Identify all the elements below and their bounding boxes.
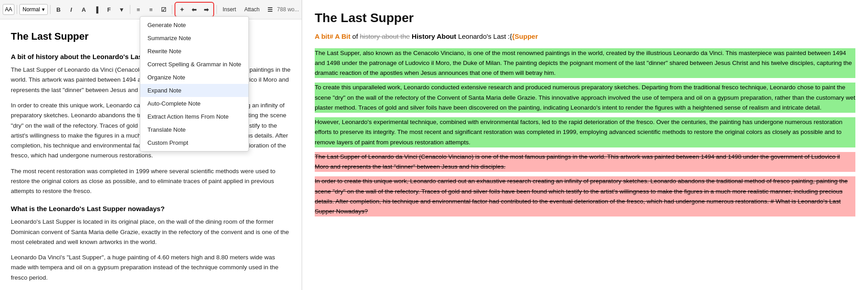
bold-button[interactable]: B [53, 4, 64, 15]
menu-item-generate[interactable]: Generate Note [140, 18, 248, 32]
subtitle-formatted: History About [412, 32, 456, 40]
checklist-button[interactable]: ☑ [158, 4, 170, 15]
text-color-button[interactable]: A [78, 4, 90, 15]
ai-button-group: ✦ ⬅ ➡ [175, 2, 214, 17]
italic-button[interactable]: I [65, 4, 77, 15]
sep3 [130, 5, 130, 14]
subtitle-rest: Leonardo's Last :{ [458, 32, 512, 40]
ai-sparkle-button[interactable]: ✦ [176, 4, 188, 15]
subtitle-of: of [352, 32, 360, 40]
left-panel: AA Normal ▾ B I A ▐ F ▼ ≡ ≡ ☑ ✦ ⬅ ➡ Inse… [0, 0, 302, 290]
editor-para-3: Leonardo's Last Supper is located in its… [11, 217, 291, 247]
sep5 [216, 5, 217, 14]
insert-button[interactable]: Insert [219, 4, 240, 15]
font-size-group: AA [3, 4, 14, 15]
ai-dropdown-menu: Generate Note Summarize Note Rewrite Not… [140, 16, 249, 152]
chevron-down-icon: ▾ [42, 6, 45, 13]
menu-item-summarize[interactable]: Summarize Note [140, 32, 248, 45]
menu-item-autocomplete[interactable]: Auto-Complete Note [140, 97, 248, 110]
subtitle-strikethrough: history about the [360, 32, 410, 40]
indent-left-button[interactable]: ⬅ [188, 4, 200, 15]
menu-item-extract[interactable]: Extract Action Items From Note [140, 110, 248, 123]
editor-para-2: The most recent restoration was complete… [11, 166, 291, 197]
right-para-red-0: The Last Supper of Leonardo da Vinci (Ce… [315, 152, 855, 172]
menu-item-translate[interactable]: Translate Note [140, 123, 248, 136]
right-para-red-1: In order to create this unique work, Leo… [315, 176, 855, 216]
font-size-control[interactable]: AA [3, 4, 14, 15]
editor-para-4: Leonardo Da Vinci's "Last Supper", a hug… [11, 253, 291, 283]
attach-button[interactable]: Attach [241, 4, 263, 15]
menu-item-correct-spelling[interactable]: Correct Spelling & Grammar in Note [140, 58, 248, 71]
style-label: Normal [23, 6, 40, 13]
menu-item-custom[interactable]: Custom Prompt [140, 136, 248, 149]
subtitle-template: {Supper [512, 32, 538, 40]
numbered-list-button[interactable]: ≡ [145, 4, 157, 15]
word-count: 788 wo... [277, 6, 299, 13]
menu-item-organize[interactable]: Organize Note [140, 71, 248, 84]
right-para-green-1: To create this unparalleled work, Leonar… [315, 83, 855, 113]
format-dropdown-button[interactable]: ▼ [116, 4, 128, 15]
editor-heading-1: What is the Leonardo's Last Supper nowad… [11, 203, 291, 214]
right-title: The Last Supper [315, 11, 855, 25]
sep1 [17, 5, 17, 14]
subtitle-raw-part: A bit# A Bit [315, 32, 350, 40]
more-options-button[interactable]: ☰ [264, 4, 276, 15]
right-para-green-0: The Last Supper, also known as the Cenac… [315, 48, 855, 78]
editor-para-5: Several measures have now been implement… [11, 288, 291, 290]
right-panel: The Last Supper A bit# A Bit of history … [302, 0, 868, 290]
sep2 [50, 5, 51, 14]
menu-item-rewrite[interactable]: Rewrite Note [140, 45, 248, 58]
indent-right-button[interactable]: ➡ [201, 4, 212, 15]
bullet-list-button[interactable]: ≡ [133, 4, 144, 15]
sep4 [172, 5, 172, 14]
menu-item-expand[interactable]: Expand Note [140, 84, 248, 97]
highlight-button[interactable]: ▐ [91, 4, 102, 15]
right-para-green-2: However, Leonardo's experimental techniq… [315, 117, 855, 147]
style-dropdown[interactable]: Normal ▾ [19, 4, 48, 15]
right-subtitle: A bit# A Bit of history about the Histor… [315, 32, 855, 42]
format-button[interactable]: F [103, 4, 115, 15]
